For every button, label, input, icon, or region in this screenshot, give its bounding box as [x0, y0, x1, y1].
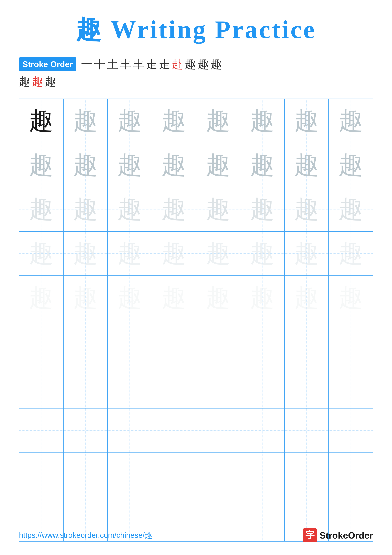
grid-cell[interactable]: 趣: [64, 187, 108, 232]
grid-cell[interactable]: 趣: [240, 143, 285, 187]
grid-cell[interactable]: 趣: [19, 276, 64, 320]
grid-cell[interactable]: 趣: [64, 276, 108, 320]
stroke-14: 趣: [45, 74, 56, 89]
grid-cell[interactable]: 趣: [19, 143, 64, 187]
grid-cell[interactable]: 趣: [240, 99, 285, 143]
grid-cell[interactable]: [64, 409, 108, 453]
stroke-8: 赴: [172, 56, 183, 72]
practice-char: 趣: [250, 237, 275, 270]
practice-char: 趣: [117, 149, 142, 182]
grid-cell[interactable]: [329, 320, 373, 364]
grid-cell[interactable]: [19, 364, 64, 409]
grid-cell[interactable]: 趣: [152, 99, 196, 143]
practice-char: 趣: [294, 104, 319, 137]
grid-cell[interactable]: [64, 364, 108, 409]
stroke-10: 趣: [198, 56, 209, 72]
practice-char: 趣: [73, 104, 98, 137]
grid-cell[interactable]: [108, 453, 152, 497]
grid-cell[interactable]: [285, 364, 329, 409]
stroke-3: 土: [107, 56, 118, 72]
grid-cell[interactable]: 趣: [285, 276, 329, 320]
grid-cell[interactable]: 趣: [64, 143, 108, 187]
stroke-order-row-2: 趣 趣 趣: [19, 74, 373, 89]
grid-cell[interactable]: 趣: [329, 99, 373, 143]
grid-cell[interactable]: 趣: [108, 99, 152, 143]
grid-cell[interactable]: [329, 409, 373, 453]
grid-cell[interactable]: 趣: [196, 99, 241, 143]
grid-cell[interactable]: 趣: [285, 232, 329, 276]
grid-cell[interactable]: 趣: [196, 276, 241, 320]
grid-cell[interactable]: [152, 409, 196, 453]
stroke-1: 一: [81, 56, 92, 72]
grid-cell[interactable]: [240, 320, 285, 364]
practice-char: 趣: [73, 281, 98, 314]
footer: https://www.strokeorder.com/chinese/趣 字 …: [19, 528, 373, 542]
grid-cell[interactable]: [19, 320, 64, 364]
practice-char: 趣: [294, 193, 319, 226]
grid-cell[interactable]: [108, 320, 152, 364]
grid-cell[interactable]: 趣: [240, 276, 285, 320]
grid-cell[interactable]: 趣: [329, 276, 373, 320]
grid-cell[interactable]: 趣: [108, 143, 152, 187]
stroke-12: 趣: [19, 74, 30, 89]
practice-char: 趣: [162, 149, 186, 182]
grid-cell[interactable]: 趣: [329, 143, 373, 187]
grid-row: 趣趣趣趣趣趣趣趣: [19, 187, 373, 232]
grid-cell[interactable]: 趣: [19, 232, 64, 276]
grid-cell[interactable]: 趣: [285, 143, 329, 187]
grid-cell[interactable]: 趣: [285, 187, 329, 232]
grid-cell[interactable]: 趣: [152, 276, 196, 320]
grid-cell[interactable]: [19, 409, 64, 453]
grid-cell[interactable]: [240, 453, 285, 497]
grid-cell[interactable]: 趣: [329, 187, 373, 232]
grid-cell[interactable]: 趣: [152, 232, 196, 276]
grid-cell[interactable]: 趣: [196, 143, 241, 187]
stroke-11: 趣: [211, 56, 222, 72]
grid-cell[interactable]: 趣: [108, 187, 152, 232]
grid-cell[interactable]: [196, 453, 241, 497]
grid-cell[interactable]: [196, 364, 241, 409]
grid-cell[interactable]: [285, 409, 329, 453]
grid-cell[interactable]: 趣: [196, 232, 241, 276]
grid-cell[interactable]: [64, 320, 108, 364]
grid-cell[interactable]: [152, 320, 196, 364]
grid-cell[interactable]: [329, 364, 373, 409]
grid-cell[interactable]: 趣: [240, 187, 285, 232]
grid-cell[interactable]: 趣: [152, 143, 196, 187]
practice-char: 趣: [29, 149, 53, 182]
grid-cell[interactable]: 趣: [19, 99, 64, 143]
grid-cell[interactable]: [285, 320, 329, 364]
stroke-sequence-row1: 一 十 土 丰 丰 走 走 赴 趣 趣 趣: [81, 56, 222, 72]
grid-cell[interactable]: 趣: [108, 276, 152, 320]
grid-cell[interactable]: 趣: [196, 187, 241, 232]
grid-cell[interactable]: [196, 320, 241, 364]
grid-cell[interactable]: [152, 453, 196, 497]
footer-url: https://www.strokeorder.com/chinese/趣: [19, 530, 152, 540]
grid-cell[interactable]: 趣: [285, 99, 329, 143]
grid-row: [19, 320, 373, 364]
grid-cell[interactable]: [19, 453, 64, 497]
practice-char: 趣: [162, 237, 186, 270]
grid-cell[interactable]: 趣: [64, 99, 108, 143]
grid-cell[interactable]: [240, 364, 285, 409]
grid-cell[interactable]: 趣: [108, 232, 152, 276]
grid-row: [19, 409, 373, 453]
grid-cell[interactable]: 趣: [64, 232, 108, 276]
grid-cell[interactable]: [196, 409, 241, 453]
stroke-9: 趣: [185, 56, 196, 72]
grid-cell[interactable]: [240, 409, 285, 453]
practice-char: 趣: [339, 281, 363, 314]
grid-cell[interactable]: [285, 453, 329, 497]
grid-cell[interactable]: 趣: [329, 232, 373, 276]
grid-cell[interactable]: 趣: [240, 232, 285, 276]
grid-cell[interactable]: [108, 409, 152, 453]
grid-cell[interactable]: 趣: [19, 187, 64, 232]
grid-cell[interactable]: 趣: [152, 187, 196, 232]
grid-cell[interactable]: [152, 364, 196, 409]
grid-cell[interactable]: [64, 453, 108, 497]
grid-cell[interactable]: [108, 364, 152, 409]
page-title: 趣 Writing Practice: [76, 13, 316, 47]
footer-logo: 字 StrokeOrder: [303, 528, 373, 542]
grid-cell[interactable]: [329, 453, 373, 497]
grid-row: 趣趣趣趣趣趣趣趣: [19, 276, 373, 320]
